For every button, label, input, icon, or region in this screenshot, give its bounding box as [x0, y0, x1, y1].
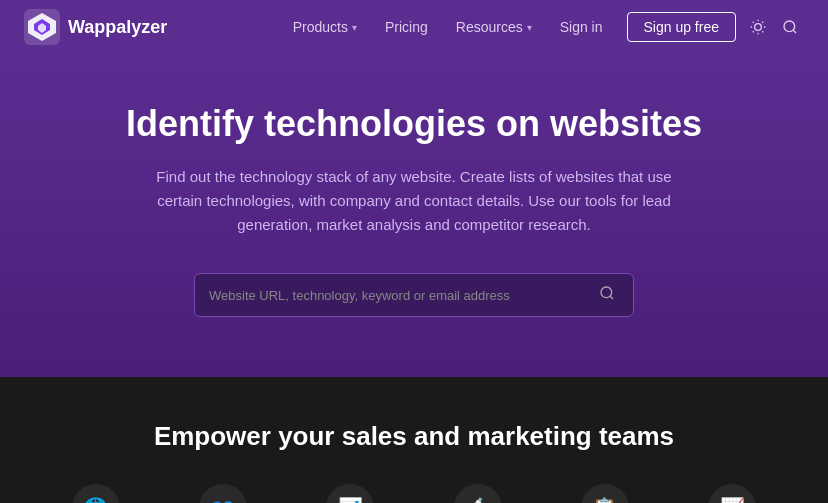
svg-line-14 — [793, 30, 796, 33]
search-button[interactable] — [776, 13, 804, 41]
feature-icon-4: 📋 — [581, 484, 629, 503]
features-section: Empower your sales and marketing teams 🌐… — [0, 377, 828, 503]
svg-line-16 — [610, 296, 613, 299]
theme-toggle-button[interactable] — [744, 13, 772, 41]
svg-point-4 — [755, 24, 762, 31]
sun-icon — [750, 19, 766, 35]
section-heading: Empower your sales and marketing teams — [40, 421, 788, 452]
feature-item: 🔬 Competitor analysis Discover who uses … — [422, 484, 533, 503]
feature-icon-2: 📊 — [326, 484, 374, 503]
svg-line-12 — [762, 22, 763, 23]
search-submit-button[interactable] — [595, 281, 619, 309]
svg-line-11 — [753, 31, 754, 32]
feature-item: 👥 Lead generation Find prospects by the … — [167, 484, 278, 503]
nav-links: Products ▾ Pricing Resources ▾ Sign in S… — [281, 11, 736, 43]
navbar: Wappalyzer Products ▾ Pricing Resources … — [0, 0, 828, 54]
hero-section: Identify technologies on websites Find o… — [0, 54, 828, 377]
svg-line-8 — [762, 31, 763, 32]
feature-icon-1: 👥 — [199, 484, 247, 503]
svg-line-7 — [753, 22, 754, 23]
feature-icon-3: 🔬 — [454, 484, 502, 503]
hero-subtext: Find out the technology stack of any web… — [154, 165, 674, 237]
nav-products[interactable]: Products ▾ — [281, 11, 369, 43]
signin-button[interactable]: Sign in — [548, 11, 615, 43]
features-grid: 🌐 Website profiling Find out what websit… — [40, 484, 788, 503]
feature-item: 📊 Market research Compare market shares … — [295, 484, 406, 503]
resources-chevron-icon: ▾ — [527, 22, 532, 33]
feature-icon-0: 🌐 — [72, 484, 120, 503]
products-chevron-icon: ▾ — [352, 22, 357, 33]
logo-icon — [24, 9, 60, 45]
search-input[interactable] — [209, 288, 595, 303]
nav-icons — [744, 13, 804, 41]
feature-item: 📋 Data enrichment Technology, company an… — [549, 484, 660, 503]
feature-icon-5: 📈 — [708, 484, 756, 503]
hero-heading: Identify technologies on websites — [40, 102, 788, 145]
search-icon — [782, 19, 798, 35]
svg-point-15 — [601, 287, 612, 298]
signup-button[interactable]: Sign up free — [627, 12, 737, 42]
logo-text: Wappalyzer — [68, 17, 167, 38]
search-submit-icon — [599, 285, 615, 301]
feature-item: 🌐 Website profiling Find out what websit… — [40, 484, 151, 503]
nav-pricing[interactable]: Pricing — [373, 11, 440, 43]
nav-resources[interactable]: Resources ▾ — [444, 11, 544, 43]
logo[interactable]: Wappalyzer — [24, 9, 167, 45]
search-bar — [194, 273, 634, 317]
feature-item: 📈 Custom reports Create lists of website… — [677, 484, 788, 503]
svg-point-13 — [784, 21, 795, 32]
